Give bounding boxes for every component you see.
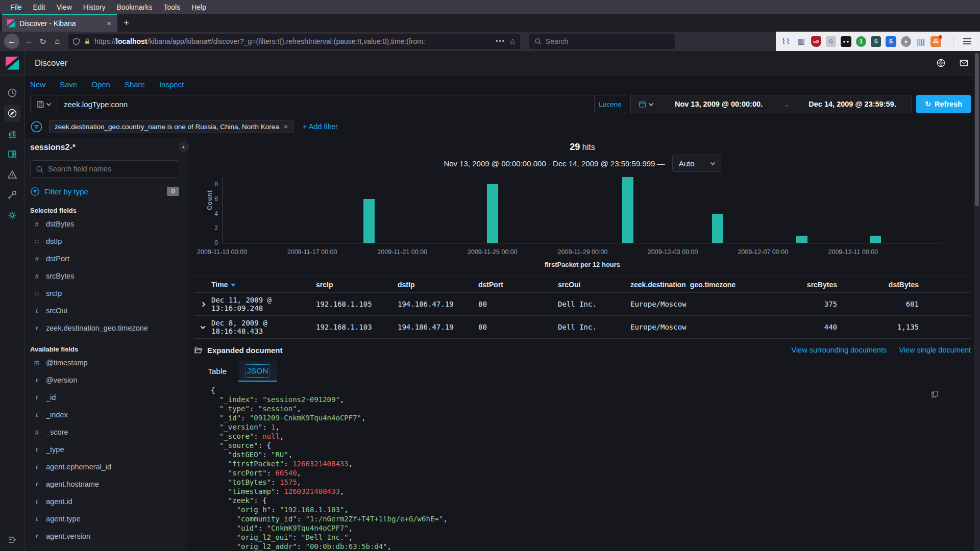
filter-by-type[interactable]: Filter by type 0 <box>30 185 179 198</box>
lock-icon[interactable] <box>84 38 91 45</box>
ublock-origin-icon[interactable]: uO <box>811 36 821 47</box>
dashboard-icon[interactable] <box>2 144 22 164</box>
filter-icon[interactable] <box>30 120 43 133</box>
new-link[interactable]: New <box>30 80 45 89</box>
url-bar[interactable]: https://localhost/kibana/app/kibana#/dis… <box>68 34 520 49</box>
saved-query-button[interactable] <box>31 95 57 113</box>
column-header-srcIp[interactable]: srcIp <box>316 281 398 289</box>
menu-help[interactable]: Help <box>186 3 211 11</box>
s-extension-icon[interactable]: S <box>871 36 881 47</box>
tab-close-icon[interactable]: × <box>106 19 112 28</box>
column-header-zeek.destination_geo.timezone[interactable]: zeek.destination_geo.timezone <box>630 281 766 289</box>
shield-icon[interactable] <box>72 38 80 45</box>
remove-filter-icon[interactable]: × <box>284 122 288 131</box>
field-srcIp[interactable]: ∷srcIp <box>30 285 179 302</box>
chart-plot[interactable]: Count 02468 <box>222 177 943 243</box>
field-agent.hostname[interactable]: tagent.hostname <box>30 475 179 493</box>
onetab-icon[interactable]: 1 <box>856 36 866 47</box>
field-dstBytes[interactable]: #dstBytes <box>30 215 179 233</box>
darkreader-icon[interactable]: ● ● <box>841 36 851 47</box>
column-header-dstIp[interactable]: dstIp <box>398 281 478 289</box>
save-link[interactable]: Save <box>60 80 77 89</box>
field-srcOui[interactable]: tsrcOui <box>30 302 179 319</box>
chart-bar[interactable] <box>870 236 881 243</box>
column-header-Time[interactable]: Time <box>211 281 316 289</box>
field-@version[interactable]: t@version <box>30 371 179 389</box>
browser-tab[interactable]: Discover - Kibana × <box>2 14 117 32</box>
fence-icon[interactable]: |||| <box>916 36 926 47</box>
collapse-sidebar-button[interactable] <box>179 142 189 152</box>
query-bar[interactable]: zeek.logType:conn Lucene <box>30 95 626 113</box>
chart-bar[interactable] <box>622 177 633 243</box>
chart-bar[interactable] <box>487 184 498 243</box>
inspect-link[interactable]: Inspect <box>159 80 184 89</box>
menu-history[interactable]: History <box>78 3 111 11</box>
view-surrounding-documents-link[interactable]: View surrounding documents <box>791 346 887 354</box>
ghostery-icon[interactable]: G <box>826 36 836 47</box>
menu-bookmarks[interactable]: Bookmarks <box>111 3 157 11</box>
table-row[interactable]: Dec 8, 2009 @ 18:16:48.433192.168.1.1031… <box>194 316 971 339</box>
library-icon[interactable]: ⌇⌇ <box>781 36 791 47</box>
expand-row-icon[interactable] <box>194 303 211 306</box>
browser-search-input[interactable]: Search <box>529 34 675 49</box>
filter-pill[interactable]: zeek.destination_geo.country_name is one… <box>49 120 293 133</box>
date-from[interactable]: Nov 13, 2009 @ 00:00:00. <box>659 100 778 108</box>
add-filter-link[interactable]: + Add filter <box>303 122 338 131</box>
interval-select[interactable]: Auto <box>672 155 721 172</box>
field-agent.type[interactable]: tagent.type <box>30 510 179 528</box>
home-button[interactable]: ⌂ <box>50 37 64 46</box>
visualize-icon[interactable] <box>2 123 22 144</box>
expand-row-icon[interactable] <box>194 325 211 329</box>
url-text[interactable]: https://localhost/kibana/app/kibana#/dis… <box>94 37 492 45</box>
page-actions-icon[interactable]: ••• <box>496 38 505 45</box>
devtools-icon[interactable] <box>2 185 22 205</box>
query-language-button[interactable]: Lucene <box>594 95 626 113</box>
recently-viewed-icon[interactable] <box>2 83 22 103</box>
calendar-button[interactable] <box>631 100 659 109</box>
menu-file[interactable]: File <box>5 3 27 11</box>
expand-rail-icon[interactable] <box>7 535 17 545</box>
field-srcBytes[interactable]: #srcBytes <box>30 267 179 285</box>
column-header-srcOui[interactable]: srcOui <box>558 281 630 289</box>
field-_index[interactable]: t_index <box>30 406 179 423</box>
column-header-srcBytes[interactable]: srcBytes <box>766 281 837 289</box>
view-single-document-link[interactable]: View single document <box>899 346 971 354</box>
field-agent.ephemeral_id[interactable]: tagent.ephemeral_id <box>30 458 179 475</box>
field-agent.version[interactable]: tagent.version <box>30 528 179 545</box>
chart-bar[interactable] <box>363 199 375 243</box>
discover-icon[interactable] <box>2 103 22 123</box>
sidebar-icon[interactable]: ▥ <box>796 36 806 47</box>
table-row[interactable]: Dec 11, 2009 @ 13:16:09.248192.168.1.105… <box>194 293 971 316</box>
field-agent.id[interactable]: tagent.id <box>30 493 179 510</box>
chart-bar[interactable] <box>796 236 807 243</box>
field-dstIp[interactable]: ∷dstIp <box>30 233 179 250</box>
chart-bar[interactable] <box>712 214 723 243</box>
page-scrollbar[interactable] <box>974 51 980 551</box>
field-search-input[interactable]: Search field names <box>30 160 179 178</box>
alerts-icon[interactable] <box>2 164 22 185</box>
open-link[interactable]: Open <box>91 80 110 89</box>
kibana-logo[interactable] <box>0 51 25 75</box>
reload-button[interactable]: ↻ <box>36 37 50 46</box>
back-button[interactable]: ← <box>4 34 19 49</box>
bookmark-star-icon[interactable]: ☆ <box>509 37 516 46</box>
field-dstPort[interactable]: #dstPort <box>30 250 179 267</box>
menu-edit[interactable]: Edit <box>28 3 51 11</box>
date-to[interactable]: Dec 14, 2009 @ 23:59:59. <box>793 100 912 108</box>
index-pattern-title[interactable]: sessions2-* <box>30 143 179 152</box>
forward-button[interactable]: → <box>21 37 36 46</box>
field-cert[interactable]: ?cert <box>30 545 179 551</box>
field-_score[interactable]: #_score <box>30 423 179 441</box>
proxy-icon[interactable]: ⁂ <box>930 36 941 47</box>
refresh-button[interactable]: ↻Refresh <box>916 95 971 113</box>
menu-tools[interactable]: Tools <box>158 3 185 11</box>
tab-json[interactable]: JSON <box>238 361 277 382</box>
management-icon[interactable] <box>2 205 22 226</box>
field-_type[interactable]: t_type <box>30 441 179 458</box>
share-link[interactable]: Share <box>125 80 145 89</box>
account-icon[interactable]: ● <box>901 36 911 47</box>
column-header-dstPort[interactable]: dstPort <box>478 281 558 289</box>
query-input[interactable]: zeek.logType:conn <box>57 100 594 109</box>
menu-view[interactable]: View <box>52 3 77 11</box>
copy-icon[interactable] <box>930 390 939 398</box>
